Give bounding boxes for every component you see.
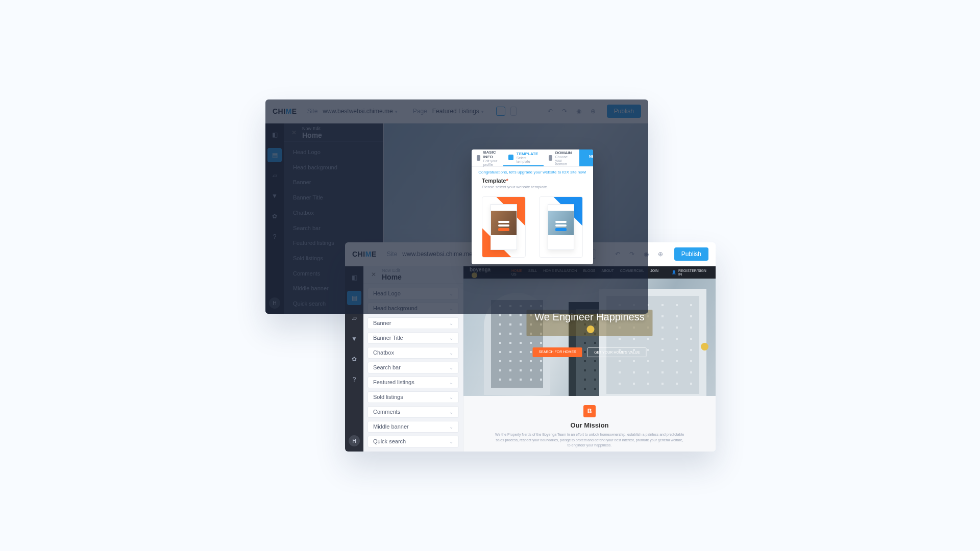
redo-icon[interactable]: ↷ — [560, 107, 569, 116]
side-title: Home — [382, 273, 402, 281]
logo: CHIME — [352, 250, 377, 258]
side-row-featured-listings[interactable]: Featured listings — [368, 377, 459, 388]
side-panel: ✕ Now Edit Home Head LogoHead background… — [363, 266, 463, 452]
preview-icon[interactable]: ◉ — [642, 249, 651, 259]
side-row-banner-title[interactable]: Banner Title — [288, 191, 379, 204]
globe-icon[interactable]: ⊕ — [656, 249, 665, 259]
nav-link-about[interactable]: ABOUT — [602, 269, 614, 272]
mission-badge-icon: B — [583, 405, 596, 417]
modal-note: Congratulations, let's upgrade your webs… — [472, 167, 593, 178]
window-site-editor: CHIME Site www.bestwebsi.chime.me Page F… — [345, 242, 716, 452]
coin-icon — [701, 343, 708, 350]
nav-link-home[interactable]: HOME — [511, 269, 522, 272]
publish-button[interactable]: Publish — [674, 247, 708, 261]
site-dropdown[interactable]: www.bestwebsi.chime.me — [323, 108, 397, 115]
icon-rail: ◧ ▤ ▱ ▼ ✿ ? H — [345, 266, 363, 452]
side-sub: Now Edit — [302, 126, 322, 131]
rail-page-icon[interactable]: ▤ — [267, 148, 282, 162]
undo-icon[interactable]: ↶ — [613, 249, 622, 259]
modal-tab-template[interactable]: TEMPLATESelect template — [503, 149, 544, 166]
rail-layout-icon[interactable]: ◧ — [347, 270, 361, 285]
modal-tab-domain[interactable]: DOMAINChoose your domain — [544, 149, 579, 166]
side-title: Home — [302, 131, 322, 139]
side-row-head-logo[interactable]: Head Logo — [288, 146, 379, 158]
nav-link-home-evaluation[interactable]: HOME EVALUATION — [543, 269, 577, 272]
modal-hint: Please select your website template. — [482, 185, 583, 189]
template-card-blue[interactable] — [539, 196, 583, 258]
hero-value-button[interactable]: GET YOUR HOME'S VALUE — [587, 347, 647, 357]
register-link[interactable]: 👤REGISTER/SIGN IN — [672, 269, 709, 276]
redo-icon[interactable]: ↷ — [627, 249, 636, 259]
page-dropdown[interactable]: Featured Listings — [432, 108, 484, 115]
side-row-search-bar[interactable]: Search bar — [368, 362, 459, 373]
rail-settings-icon[interactable]: ✿ — [347, 352, 361, 366]
hero-search-button[interactable]: SEARCH FOR HOMES — [532, 347, 582, 357]
rail-help-icon[interactable]: ? — [347, 372, 361, 387]
side-row-banner[interactable]: Banner — [368, 317, 459, 329]
template-modal: BASIC INFOEdit your profile TEMPLATESele… — [472, 149, 593, 264]
preview-icon[interactable]: ◉ — [574, 107, 583, 116]
canvas-front: boyenga HOMESELLHOME EVALUATIONBLOGSABOU… — [463, 266, 716, 452]
rail-image-icon[interactable]: ▱ — [347, 311, 361, 325]
side-sub: Now Edit — [382, 268, 402, 273]
side-row-head-logo[interactable]: Head Logo — [368, 288, 459, 299]
modal-section-title: Template* — [482, 178, 583, 184]
mission-section: B Our Mission We the Property Nerds of t… — [463, 396, 716, 448]
coin-icon — [587, 325, 595, 333]
site-brand: boyenga — [470, 267, 497, 279]
nav-link-sell[interactable]: SELL — [528, 269, 537, 272]
coin-icon — [472, 272, 477, 278]
globe-icon — [549, 155, 552, 161]
side-row-search-bar[interactable]: Search bar — [288, 222, 379, 234]
rail-page-icon[interactable]: ▤ — [347, 291, 361, 305]
rail-settings-icon[interactable]: ✿ — [267, 209, 282, 223]
mission-body: We the Property Nerds of the Boyenga Tea… — [494, 432, 685, 448]
rail-layout-icon[interactable]: ◧ — [267, 128, 282, 142]
hero-tagline: We Engineer Happiness — [527, 310, 653, 336]
side-row-comments[interactable]: Comments — [368, 406, 459, 418]
rail-avatar[interactable]: H — [269, 297, 280, 309]
rail-help-icon[interactable]: ? — [267, 230, 282, 244]
label-site: Site — [307, 108, 318, 115]
modal-next-button[interactable]: NEXT STEP →DOMAIN — [579, 149, 593, 166]
site-nav: boyenga HOMESELLHOME EVALUATIONBLOGSABOU… — [463, 266, 716, 279]
publish-button[interactable]: Publish — [607, 105, 641, 118]
rail-filter-icon[interactable]: ▼ — [267, 189, 282, 203]
rail-filter-icon[interactable]: ▼ — [347, 332, 361, 346]
side-row-chatbox[interactable]: Chatbox — [288, 207, 379, 219]
device-toggle[interactable] — [496, 107, 517, 116]
template-card-orange[interactable] — [482, 196, 526, 258]
close-icon[interactable]: ✕ — [290, 129, 298, 137]
site-hero: We Engineer Happiness SEARCH FOR HOMES G… — [463, 279, 716, 396]
undo-icon[interactable]: ↶ — [546, 107, 555, 116]
topbar: CHIME Site www.bestwebsi.chime.me Page F… — [265, 99, 648, 123]
user-icon: 👤 — [672, 270, 676, 274]
side-row-head-background[interactable]: Head background — [288, 161, 379, 173]
side-items-front: Head LogoHead backgroundBannerBanner Tit… — [363, 284, 463, 452]
side-row-middle-banner[interactable]: Middle banner — [368, 421, 459, 433]
rail-image-icon[interactable]: ▱ — [267, 168, 282, 183]
site-dropdown[interactable]: www.bestwebsi.chime.me — [402, 251, 477, 258]
side-row-sold-listings[interactable]: Sold listings — [368, 391, 459, 403]
globe-icon[interactable]: ⊕ — [589, 107, 598, 116]
mission-title: Our Mission — [494, 421, 685, 429]
nav-link-commercial[interactable]: COMMERCIAL — [620, 269, 644, 272]
side-row-head-background[interactable]: Head background — [368, 303, 459, 314]
user-icon — [477, 155, 480, 161]
icon-rail: ◧ ▤ ▱ ▼ ✿ ? H — [265, 123, 284, 314]
label-page: Page — [413, 108, 427, 115]
rail-avatar[interactable]: H — [349, 435, 360, 446]
template-icon — [508, 155, 513, 160]
side-row-banner[interactable]: Banner — [288, 177, 379, 189]
logo: CHIME — [273, 107, 297, 115]
side-row-chatbox[interactable]: Chatbox — [368, 347, 459, 359]
side-row-banner-title[interactable]: Banner Title — [368, 332, 459, 344]
nav-link-blogs[interactable]: BLOGS — [583, 269, 595, 272]
modal-tab-basic[interactable]: BASIC INFOEdit your profile — [472, 149, 503, 166]
side-row-quick-search[interactable]: Quick search — [368, 436, 459, 447]
label-site: Site — [387, 251, 398, 258]
close-icon[interactable]: ✕ — [370, 270, 378, 279]
